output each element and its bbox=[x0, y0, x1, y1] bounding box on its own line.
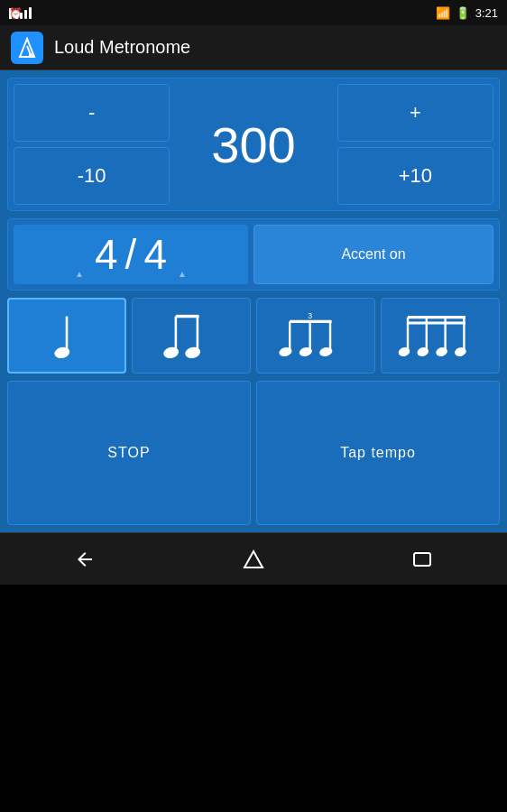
eighth-note-icon bbox=[138, 309, 244, 363]
status-right-icons: 📶 🔋 3:21 bbox=[436, 6, 498, 20]
status-left-icons: ⏰ bbox=[9, 6, 32, 19]
wifi-icon: 📶 bbox=[436, 6, 450, 20]
svg-text:3: 3 bbox=[308, 311, 312, 320]
svg-point-2 bbox=[29, 53, 32, 57]
time-denominator: 4 bbox=[143, 234, 167, 275]
battery-icon: 🔋 bbox=[456, 6, 470, 20]
time-slash: / bbox=[125, 234, 137, 275]
alarm-icon: ⏰ bbox=[9, 6, 12, 19]
svg-marker-28 bbox=[244, 551, 263, 567]
notes-section: 3 bbox=[7, 298, 500, 374]
svg-rect-29 bbox=[414, 553, 430, 566]
time-sig-section: 4 / 4 ▲ ▲ Accent on bbox=[7, 218, 500, 291]
title-bar: Loud Metronome bbox=[0, 25, 507, 70]
triplet-note-icon: 3 bbox=[263, 309, 369, 363]
time-numerator-arrow: ▲ bbox=[75, 269, 84, 279]
bpm-minus-button[interactable]: - bbox=[14, 84, 170, 142]
quarter-note-icon bbox=[14, 309, 119, 363]
sixteenth-note-button[interactable] bbox=[381, 298, 500, 374]
time-sig-display[interactable]: 4 / 4 ▲ ▲ bbox=[14, 225, 248, 284]
svg-point-6 bbox=[162, 346, 180, 360]
bpm-value: 300 bbox=[211, 115, 295, 174]
control-section: STOP Tap tempo bbox=[7, 381, 500, 525]
svg-point-4 bbox=[53, 346, 71, 360]
app-icon bbox=[11, 32, 43, 64]
app-title: Loud Metronome bbox=[54, 37, 190, 58]
time-denominator-arrow: ▲ bbox=[178, 269, 187, 279]
sixteenth-note-icon bbox=[387, 309, 493, 363]
clock-display: 3:21 bbox=[475, 6, 498, 20]
bpm-display: 300 bbox=[175, 84, 331, 205]
back-button[interactable] bbox=[56, 541, 114, 577]
main-content: - 300 + -10 +10 4 / 4 ▲ ▲ Accent on bbox=[0, 70, 507, 532]
eighth-note-button[interactable] bbox=[132, 298, 251, 374]
bpm-plus-button[interactable]: + bbox=[337, 84, 493, 142]
home-button[interactable] bbox=[225, 541, 282, 577]
quarter-note-button[interactable] bbox=[7, 298, 126, 374]
bpm-minus10-button[interactable]: -10 bbox=[14, 147, 170, 205]
triplet-note-button[interactable]: 3 bbox=[256, 298, 375, 374]
bpm-plus10-button[interactable]: +10 bbox=[337, 147, 493, 205]
nav-bar bbox=[0, 532, 507, 585]
time-numerator: 4 bbox=[95, 234, 118, 275]
recents-button[interactable] bbox=[393, 541, 451, 577]
signal-icon bbox=[15, 6, 32, 19]
tap-tempo-button[interactable]: Tap tempo bbox=[256, 381, 500, 525]
accent-button[interactable]: Accent on bbox=[254, 225, 493, 284]
status-bar: ⏰ 📶 🔋 3:21 bbox=[0, 0, 507, 25]
svg-point-8 bbox=[184, 346, 202, 360]
stop-button[interactable]: STOP bbox=[7, 381, 251, 525]
bpm-section: - 300 + -10 +10 bbox=[7, 78, 500, 211]
